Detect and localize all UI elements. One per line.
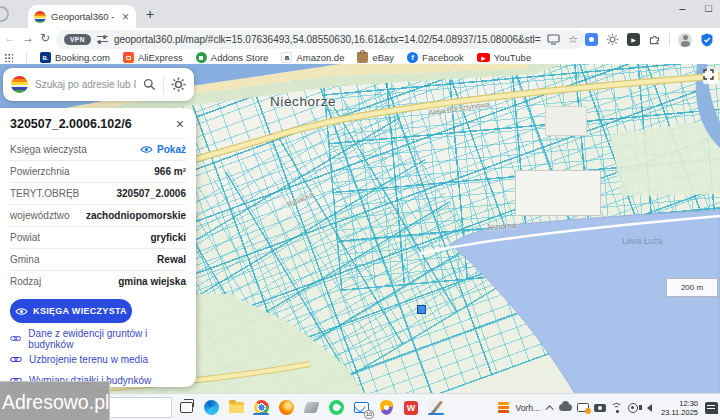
bookmarks-bar: B. Booking.com AliExpress Addons Store a… — [0, 51, 720, 64]
bookmark-addons-store[interactable]: Addons Store — [196, 52, 269, 63]
whatsapp-icon[interactable] — [328, 400, 344, 416]
profile-avatar[interactable] — [678, 33, 692, 47]
map-scale-bar: 200 m — [666, 278, 718, 297]
expand-icon — [703, 69, 714, 80]
firefox-icon[interactable] — [278, 400, 294, 416]
mail-icon[interactable]: 10 — [353, 400, 369, 416]
bookmark-youtube[interactable]: ▶ YouTube — [477, 52, 531, 63]
tray-app-label[interactable]: Vorh... — [515, 403, 540, 413]
booking-icon: B. — [40, 52, 51, 63]
eye-icon — [140, 145, 153, 154]
video-extension-icon[interactable]: ▶ — [627, 33, 640, 46]
pen-app-icon[interactable] — [428, 400, 444, 416]
security-shield-icon[interactable] — [378, 400, 394, 416]
parcel-details-panel: 320507_2.0006.102/6 × Księga wieczysta P… — [0, 108, 196, 387]
lake-liwia-luza — [450, 210, 720, 394]
apps-grid-icon[interactable] — [4, 53, 13, 62]
detail-row-powiat: Powiat gryficki — [10, 226, 186, 248]
tray-app-stack-icon[interactable] — [498, 402, 510, 414]
gray-app-icon[interactable] — [303, 400, 319, 416]
fullscreen-toggle-button[interactable] — [703, 69, 718, 84]
address-bar[interactable]: VPN geoportal360.pl/map/#clk=15.07636493… — [56, 30, 586, 49]
tray-expand-chevron-icon[interactable] — [545, 405, 553, 413]
clock-date: 23.11.2025 — [661, 408, 698, 417]
youtube-icon: ▶ — [477, 53, 490, 62]
display-tray-icon[interactable] — [577, 403, 589, 412]
addons-store-icon — [196, 52, 207, 63]
chrome-icon[interactable] — [253, 400, 269, 416]
notification-center-icon[interactable] — [705, 402, 718, 414]
detail-row-wojewodztwo: województwo zachodniopomorskie — [10, 204, 186, 226]
window-maximize-button[interactable]: □ — [705, 2, 712, 14]
site-settings-icon[interactable] — [97, 35, 108, 44]
panel-close-icon[interactable]: × — [176, 116, 184, 132]
ebay-icon — [357, 52, 368, 63]
geoportal360-favicon — [34, 11, 46, 23]
browser-toolbar: ← → ↻ VPN geoportal360.pl/map/#clk=15.07… — [0, 28, 720, 51]
vpn-extension-badge[interactable]: VPN — [64, 34, 91, 45]
detail-row-gmina: Gmina Rewal — [10, 248, 186, 270]
link-chain-icon — [10, 334, 21, 343]
clock-time: 12:30 — [661, 399, 698, 408]
lake-label: Liwia Łuża — [622, 236, 662, 246]
aliexpress-icon — [123, 52, 134, 63]
send-to-device-icon[interactable] — [547, 34, 560, 45]
eye-icon — [15, 307, 28, 316]
window-minimize-button[interactable]: – — [679, 2, 685, 14]
pokaz-link[interactable]: Pokaż — [140, 144, 186, 155]
onedrive-cloud-icon[interactable] — [559, 404, 572, 411]
bookmark-booking[interactable]: B. Booking.com — [40, 52, 110, 63]
place-label: Niechorze — [270, 94, 336, 109]
browser-tab-strip: Geoportal360 - Mapa Interakty × + – □ — [0, 0, 720, 28]
new-tab-button[interactable]: + — [146, 6, 154, 22]
link-chain-icon — [10, 355, 22, 364]
file-explorer-icon[interactable] — [228, 400, 244, 416]
meadow-area-east — [610, 119, 720, 196]
bookmark-ebay[interactable]: eBay — [357, 52, 394, 63]
bookmark-amazon[interactable]: a Amazon.de — [281, 52, 344, 63]
settings-gear-icon[interactable] — [171, 77, 186, 92]
selected-parcel-highlight[interactable] — [417, 305, 426, 314]
task-view-icon[interactable] — [178, 400, 194, 416]
extension-icon-blue[interactable] — [585, 33, 598, 46]
extensions-puzzle-icon[interactable] — [648, 33, 661, 46]
back-button[interactable]: ← — [4, 31, 16, 45]
bookmark-facebook[interactable]: f Facebook — [407, 52, 464, 63]
screen: Niechorze Aleja Bursztynowa Jeziorna Ryb… — [0, 0, 720, 420]
geoportal360-logo — [11, 76, 28, 93]
detail-row-powierzchnia: Powierzchnia 966 m² — [10, 160, 186, 182]
detail-row-ksiega: Księga wieczysta Pokaż — [10, 138, 186, 160]
detail-row-teryt: TERYT.OBRĘB 320507_2.0006 — [10, 182, 186, 204]
edge-icon[interactable] — [203, 400, 219, 416]
url-text[interactable]: geoportal360.pl/map/#clk=15.07636493,54.… — [114, 34, 541, 45]
taskbar-search-box[interactable] — [108, 397, 172, 418]
forward-button[interactable]: → — [22, 31, 34, 45]
link-ewidencja[interactable]: Dane z ewidencji gruntów i budynków — [0, 328, 196, 349]
mail-unread-badge: 10 — [364, 410, 374, 419]
bookmark-star-icon[interactable]: ☆ — [568, 33, 578, 46]
adresowo-watermark: Adresowo.pl — [0, 381, 110, 420]
detail-row-rodzaj: Rodzaj gmina wiejska — [10, 270, 186, 292]
ksiega-wieczysta-button[interactable]: KSIĘGA WIECZYSTA — [10, 299, 132, 323]
tab-close-icon[interactable]: × — [122, 11, 129, 23]
browser-tab[interactable]: Geoportal360 - Mapa Interakty × — [28, 5, 136, 28]
update-ring-icon[interactable] — [628, 403, 638, 413]
word-app-icon[interactable]: W — [403, 400, 419, 416]
taskbar-clock[interactable]: 12:30 23.11.2025 — [661, 399, 698, 417]
bookmark-aliexpress[interactable]: AliExpress — [123, 52, 183, 63]
reload-button[interactable]: ↻ — [40, 31, 50, 45]
wifi-icon[interactable] — [611, 403, 623, 413]
parcel-id-title: 320507_2.0006.102/6 — [10, 117, 132, 131]
map-search-bar[interactable] — [3, 68, 194, 101]
search-icon[interactable] — [143, 78, 156, 91]
tab-title: Geoportal360 - Mapa Interakty — [51, 11, 117, 22]
safety-shield-icon[interactable] — [700, 33, 714, 47]
search-input[interactable] — [35, 79, 136, 90]
camera-tray-icon[interactable] — [594, 404, 606, 412]
facebook-icon: f — [407, 52, 418, 63]
link-uzbrojenie[interactable]: Uzbrojenie terenu w media — [0, 349, 196, 370]
gear-extension-icon[interactable] — [606, 33, 619, 46]
speaker-icon[interactable] — [643, 404, 652, 412]
amazon-icon: a — [281, 52, 292, 63]
tab-edge-decoration — [0, 6, 9, 22]
